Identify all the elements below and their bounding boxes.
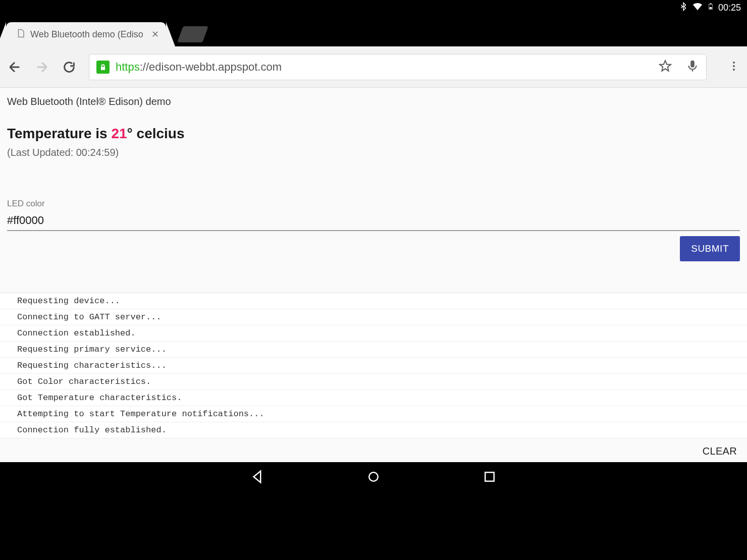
log-line: Attempting to start Temperature notifica… (0, 406, 747, 422)
bookmark-icon[interactable] (659, 60, 672, 75)
android-home-icon[interactable] (366, 469, 381, 486)
svg-point-6 (733, 69, 735, 71)
log-line: Connection established. (0, 325, 747, 342)
temperature-heading: Temperature is 21° celcius (7, 126, 740, 142)
back-button[interactable] (7, 60, 22, 75)
page-icon (16, 29, 25, 40)
browser-tab-active[interactable]: Web Bluetooth demo (Ediso ✕ (6, 22, 166, 46)
temp-value: 21 (111, 126, 127, 141)
log-line: Connection fully established. (0, 422, 747, 438)
log-line: Got Temperature characteristics. (0, 390, 747, 406)
mic-icon[interactable] (686, 60, 699, 75)
temp-suffix: ° celcius (127, 126, 185, 141)
svg-rect-2 (710, 7, 712, 9)
temp-prefix: Temperature is (7, 126, 111, 141)
wifi-icon (692, 1, 703, 15)
android-status-bar: 00:25 (0, 0, 747, 15)
lock-icon (96, 61, 110, 74)
page-content: Web Bluetooth (Intel® Edison) demo Tempe… (0, 88, 747, 462)
tab-title: Web Bluetooth demo (Ediso (30, 29, 143, 40)
new-tab-button[interactable] (177, 26, 208, 42)
log-line: Requesting device... (0, 293, 747, 309)
clear-button[interactable]: CLEAR (703, 445, 737, 457)
url-rest: ://edison-webbt.appspot.com (140, 61, 282, 73)
close-icon[interactable]: ✕ (151, 29, 159, 40)
demo-title: Web Bluetooth (Intel® Edison) demo (7, 96, 740, 107)
svg-point-4 (733, 62, 735, 64)
log-line: Requesting characteristics... (0, 358, 747, 374)
android-nav-bar (0, 462, 747, 493)
led-color-label: LED color (7, 199, 740, 209)
log-line: Connecting to GATT server... (0, 309, 747, 325)
status-time: 00:25 (718, 3, 741, 13)
log-list: Requesting device... Connecting to GATT … (0, 293, 747, 438)
forward-button[interactable] (34, 60, 49, 75)
battery-icon (707, 2, 714, 14)
browser-tab-strip: Web Bluetooth demo (Ediso ✕ (0, 15, 747, 46)
bluetooth-icon (679, 2, 688, 14)
log-line: Requesting primary service... (0, 342, 747, 358)
browser-toolbar: https://edison-webbt.appspot.com (0, 46, 747, 88)
svg-point-5 (733, 65, 735, 67)
address-bar[interactable]: https://edison-webbt.appspot.com (89, 54, 707, 80)
url-scheme: https (116, 61, 140, 73)
log-line: Got Color characteristics. (0, 374, 747, 390)
android-recent-icon[interactable] (482, 469, 497, 486)
svg-rect-3 (691, 61, 695, 67)
url-text: https://edison-webbt.appspot.com (116, 61, 653, 74)
svg-rect-8 (485, 472, 494, 481)
submit-button[interactable]: SUBMIT (680, 236, 740, 261)
led-color-input[interactable] (7, 212, 740, 231)
menu-icon[interactable] (728, 60, 740, 74)
reload-button[interactable] (62, 60, 77, 75)
android-back-icon[interactable] (250, 469, 265, 486)
svg-point-7 (369, 472, 378, 481)
svg-rect-1 (710, 3, 712, 4)
last-updated: (Last Updated: 00:24:59) (7, 147, 740, 158)
